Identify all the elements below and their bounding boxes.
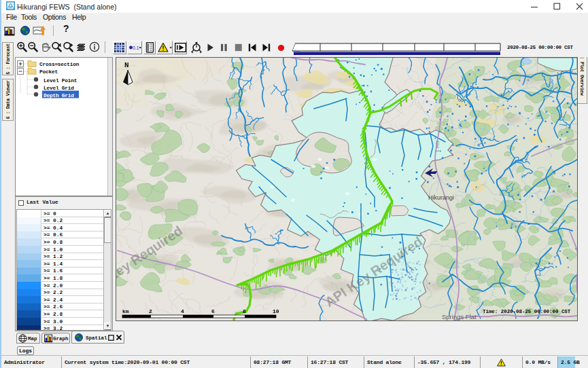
svg-text:6: 6: [211, 308, 215, 314]
svg-text:SH 1: SH 1: [434, 141, 440, 153]
svg-text:0.1: 0.1: [133, 45, 139, 50]
svg-text:10: 10: [273, 308, 279, 314]
svg-text:Time: 2020-08-25 00:00:00 CST: Time: 2020-08-25 00:00:00 CST: [483, 309, 571, 314]
svg-text:Cross=section: Cross=section: [39, 62, 80, 67]
svg-text:km: km: [122, 308, 129, 314]
svg-text:Springs Flat: Springs Flat: [442, 313, 477, 320]
svg-text:Level Point: Level Point: [44, 78, 77, 84]
svg-text:Level Grid: Level Grid: [44, 86, 74, 91]
svg-text:Hikurangi: Hikurangi: [428, 194, 454, 201]
svg-text:Depth Grid: Depth Grid: [44, 93, 74, 98]
svg-text:Pocket: Pocket: [39, 69, 58, 75]
svg-text:2: 2: [149, 308, 152, 314]
svg-text:N: N: [124, 61, 129, 69]
svg-text:8: 8: [243, 308, 246, 314]
svg-text:4: 4: [181, 308, 184, 314]
